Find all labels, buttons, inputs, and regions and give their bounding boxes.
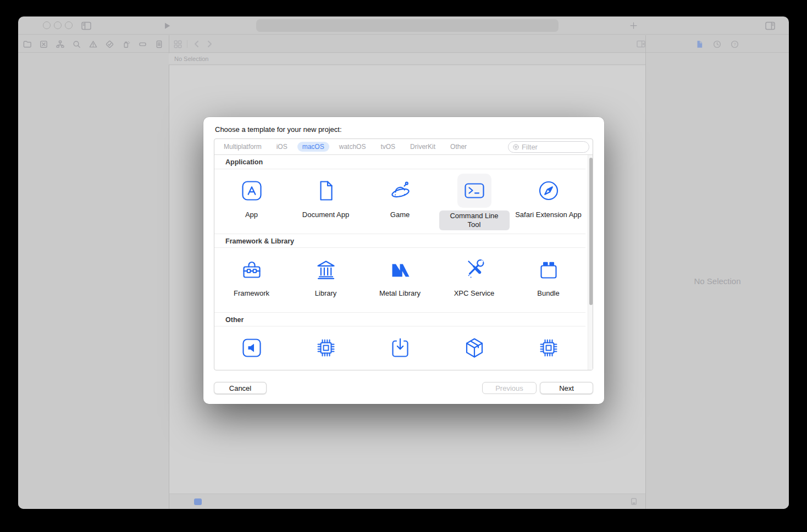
tab-watchos[interactable]: watchOS bbox=[339, 143, 366, 151]
jump-bar[interactable]: No Selection bbox=[169, 53, 645, 65]
debug-bar bbox=[169, 494, 645, 509]
template-item-app[interactable]: App bbox=[214, 169, 289, 234]
navigator-panel bbox=[18, 53, 169, 509]
test-navigator-diamond-check-icon[interactable] bbox=[105, 40, 114, 49]
title-bar bbox=[18, 16, 789, 35]
tab-tvos[interactable]: tvOS bbox=[380, 143, 395, 151]
tab-macos[interactable]: macOS bbox=[297, 142, 329, 152]
issue-navigator-warning-icon[interactable] bbox=[89, 40, 98, 49]
template-item-document-app[interactable]: Document App bbox=[289, 169, 363, 234]
navigator-tab-bar: ? bbox=[18, 35, 789, 53]
report-navigator-doc-icon[interactable] bbox=[154, 40, 164, 49]
template-item-system-extension[interactable] bbox=[511, 326, 585, 369]
plus-icon[interactable] bbox=[629, 21, 638, 30]
section-other-items bbox=[214, 326, 585, 369]
scrollbar-track[interactable] bbox=[588, 155, 593, 370]
svg-text:?: ? bbox=[733, 42, 736, 47]
go-forward-chevron-icon[interactable] bbox=[204, 39, 214, 49]
find-navigator-search-icon[interactable] bbox=[72, 40, 81, 49]
safari-compass-icon bbox=[537, 179, 561, 203]
tab-overview-grid-icon[interactable] bbox=[173, 40, 183, 49]
template-item-installer[interactable] bbox=[363, 326, 437, 369]
sidebar-left-toggle-icon[interactable] bbox=[81, 20, 92, 31]
bundle-box-icon bbox=[537, 257, 561, 281]
dialog-title: Choose a template for your new project: bbox=[215, 125, 342, 134]
wrench-screwdriver-icon bbox=[462, 257, 487, 281]
zoom-window-button[interactable] bbox=[65, 21, 73, 29]
filter-field[interactable] bbox=[508, 141, 589, 153]
history-inspector-clock-icon[interactable] bbox=[712, 40, 722, 49]
toolbox-icon bbox=[240, 257, 264, 281]
previous-button[interactable]: Previous bbox=[482, 382, 537, 394]
activity-status-pill bbox=[256, 19, 559, 32]
template-list: Application App Document App Game Comman… bbox=[214, 155, 593, 370]
template-item-bundle[interactable]: Bundle bbox=[511, 248, 585, 312]
template-item-game[interactable]: Game bbox=[363, 169, 437, 234]
ufo-icon bbox=[388, 179, 412, 203]
new-project-template-dialog: Choose a template for your new project: … bbox=[203, 117, 604, 404]
template-item-safari-extension-app[interactable]: Safari Extension App bbox=[511, 169, 585, 234]
template-item-library[interactable]: Library bbox=[289, 248, 363, 312]
play-icon[interactable] bbox=[163, 21, 172, 30]
section-application-items: App Document App Game Command Line Tool … bbox=[214, 169, 585, 234]
changes-navigator-x-square-icon[interactable] bbox=[39, 40, 48, 49]
download-icon bbox=[388, 336, 412, 360]
adjust-editor-icon[interactable] bbox=[630, 497, 638, 506]
terminal-icon bbox=[462, 179, 487, 203]
template-item-framework[interactable]: Framework bbox=[214, 248, 289, 312]
add-editor-icon[interactable] bbox=[636, 39, 646, 49]
cancel-button[interactable]: Cancel bbox=[214, 382, 267, 394]
debug-navigator-spray-icon[interactable] bbox=[121, 40, 131, 49]
section-header-framework-library: Framework & Library bbox=[214, 234, 585, 248]
document-icon bbox=[314, 179, 338, 203]
package-3d-icon bbox=[462, 336, 487, 360]
inspector-empty-state: No Selection bbox=[694, 276, 740, 286]
chip-icon bbox=[537, 336, 561, 360]
jump-bar-breadcrumb: No Selection bbox=[174, 56, 208, 62]
chip-icon bbox=[314, 336, 338, 360]
next-button[interactable]: Next bbox=[540, 382, 593, 394]
tab-multiplatform[interactable]: Multiplatform bbox=[224, 143, 262, 151]
template-chooser: Multiplatform iOS macOS watchOS tvOS Dri… bbox=[214, 138, 593, 370]
platform-tab-bar: Multiplatform iOS macOS watchOS tvOS Dri… bbox=[214, 139, 593, 155]
go-back-chevron-icon[interactable] bbox=[192, 39, 202, 49]
template-item-metal-library[interactable]: Metal Library bbox=[363, 248, 437, 312]
template-item-package[interactable] bbox=[437, 326, 511, 369]
breakpoint-navigator-capsule-icon[interactable] bbox=[138, 40, 147, 49]
template-item-generic-chip[interactable] bbox=[289, 326, 363, 369]
metal-icon bbox=[388, 257, 412, 281]
tab-ios[interactable]: iOS bbox=[277, 143, 288, 151]
inspector-panel: No Selection bbox=[646, 53, 789, 509]
filter-icon bbox=[512, 143, 519, 151]
close-window-button[interactable] bbox=[43, 21, 51, 29]
section-framework-items: Framework Library Metal Library XPC Serv… bbox=[214, 248, 585, 312]
section-header-application: Application bbox=[214, 155, 585, 169]
sidebar-right-toggle-icon[interactable] bbox=[765, 20, 776, 31]
template-item-xpc-service[interactable]: XPC Service bbox=[437, 248, 511, 312]
help-inspector-icon[interactable]: ? bbox=[730, 40, 739, 49]
library-columns-icon bbox=[314, 257, 338, 281]
tab-driverkit[interactable]: DriverKit bbox=[410, 143, 435, 151]
template-item-command-line-tool[interactable]: Command Line Tool bbox=[437, 169, 511, 234]
file-inspector-icon[interactable] bbox=[695, 40, 704, 49]
template-item-audio-unit[interactable] bbox=[214, 326, 289, 369]
filter-input[interactable] bbox=[522, 143, 585, 151]
filter-toggle-icon[interactable] bbox=[194, 498, 202, 506]
minimize-window-button[interactable] bbox=[54, 21, 62, 29]
section-header-other: Other bbox=[214, 312, 585, 326]
project-navigator-folder-icon[interactable] bbox=[23, 40, 32, 49]
audio-speaker-icon bbox=[240, 336, 264, 360]
tab-other[interactable]: Other bbox=[450, 143, 467, 151]
divider bbox=[187, 40, 187, 48]
app-store-icon bbox=[240, 179, 264, 203]
scrollbar-thumb[interactable] bbox=[589, 158, 593, 305]
symbol-navigator-hierarchy-icon[interactable] bbox=[56, 40, 65, 49]
